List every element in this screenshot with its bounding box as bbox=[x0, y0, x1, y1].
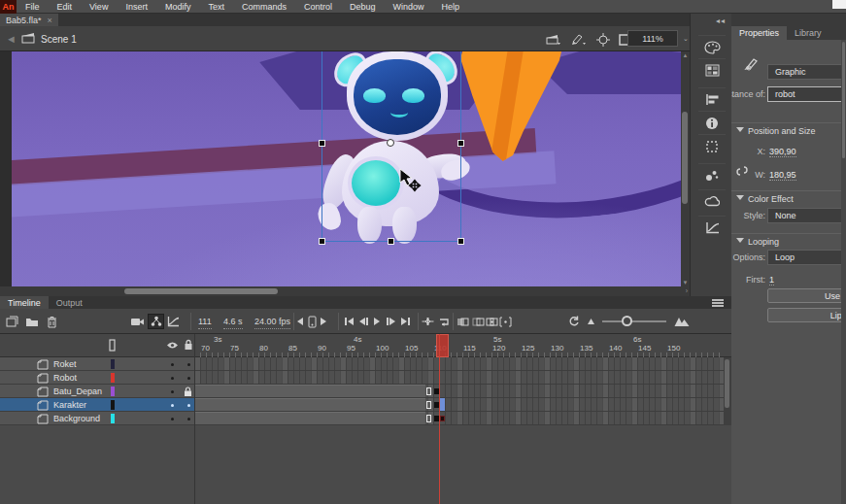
step-back-one-frame-button[interactable] bbox=[359, 314, 368, 329]
menu-item-control[interactable]: Control bbox=[295, 0, 341, 14]
layer-visibility-dot[interactable] bbox=[171, 377, 174, 380]
layer-lock-dot[interactable] bbox=[187, 363, 190, 366]
menu-item-debug[interactable]: Debug bbox=[341, 0, 385, 14]
frame-span-end-marker[interactable] bbox=[426, 415, 431, 422]
frames-row-robot[interactable] bbox=[194, 371, 724, 385]
go-to-first-frame-button[interactable] bbox=[345, 314, 354, 329]
document-tab[interactable]: Bab5.fla* × bbox=[0, 14, 58, 26]
scroll-right-icon[interactable]: › bbox=[686, 287, 688, 294]
keyframe-marker[interactable] bbox=[440, 416, 445, 421]
w-value[interactable]: 180,95 bbox=[769, 170, 796, 181]
frames-grid[interactable] bbox=[194, 357, 724, 425]
show-parenting-view-button[interactable] bbox=[148, 314, 164, 329]
scroll-down-icon[interactable]: ▼ bbox=[681, 280, 690, 286]
use-frame-picker-button[interactable]: Use Fra bbox=[767, 288, 846, 303]
layer-lock-dot[interactable] bbox=[187, 377, 190, 380]
transform-panel-icon[interactable] bbox=[698, 134, 726, 157]
stage-canvas[interactable] bbox=[12, 51, 681, 286]
stage-zoom-select[interactable]: 111% bbox=[627, 30, 678, 47]
onion-skin-button[interactable] bbox=[457, 314, 469, 329]
tab-library[interactable]: Library bbox=[787, 26, 829, 40]
layer-row-batu-depan[interactable]: Batu_Depan bbox=[0, 385, 194, 398]
section-position-and-size[interactable]: Position and Size bbox=[731, 122, 846, 137]
menu-item-modify[interactable]: Modify bbox=[156, 0, 200, 14]
layer-visibility-dot[interactable] bbox=[171, 363, 174, 366]
playhead-marker[interactable] bbox=[436, 334, 449, 357]
layer-visibility-dot[interactable] bbox=[171, 390, 174, 393]
back-arrow-icon[interactable]: ◄ bbox=[6, 33, 17, 45]
center-stage-button[interactable] bbox=[594, 32, 612, 47]
panel-menu-icon[interactable] bbox=[712, 299, 724, 307]
layer-outline-color[interactable] bbox=[111, 359, 115, 369]
align-panel-icon[interactable] bbox=[698, 87, 726, 111]
layer-visibility-dot[interactable] bbox=[171, 404, 174, 407]
layer-name[interactable]: Background bbox=[53, 414, 100, 423]
layer-name[interactable]: Roket bbox=[53, 359, 77, 369]
menu-item-file[interactable]: File bbox=[17, 0, 49, 14]
properties-scrollbar[interactable] bbox=[841, 40, 846, 504]
step-forward-button[interactable] bbox=[321, 314, 326, 329]
stage-vertical-scrollbar[interactable]: ▲ ▼ bbox=[681, 51, 690, 286]
timeline-vertical-scrollbar[interactable] bbox=[724, 357, 731, 425]
properties-scroll-thumb[interactable] bbox=[842, 42, 845, 158]
close-tab-icon[interactable]: × bbox=[48, 16, 52, 25]
layer-name[interactable]: Karakter bbox=[53, 400, 86, 410]
section-color-effect[interactable]: Color Effect bbox=[731, 190, 846, 205]
layer-outline-color[interactable] bbox=[111, 373, 115, 383]
zoom-out-timeline-icon[interactable] bbox=[587, 314, 595, 329]
instance-name-field[interactable]: robot bbox=[767, 86, 846, 102]
edit-symbols-button[interactable] bbox=[569, 32, 587, 47]
transform-point-handle[interactable] bbox=[387, 139, 394, 147]
menu-item-commands[interactable]: Commands bbox=[233, 0, 295, 14]
edit-multiple-frames-button[interactable] bbox=[486, 314, 498, 329]
vertical-scroll-thumb[interactable] bbox=[682, 112, 688, 204]
selection-handle-mid-right[interactable] bbox=[457, 140, 464, 147]
frame-span[interactable] bbox=[194, 398, 425, 411]
selection-handle-bottom-left[interactable] bbox=[319, 238, 325, 245]
menu-item-view[interactable]: View bbox=[81, 0, 117, 14]
horizontal-scroll-thumb[interactable] bbox=[124, 288, 278, 294]
frame-rate-field[interactable]: 24.00 fps bbox=[254, 314, 290, 329]
loop-options-select[interactable]: Loop bbox=[767, 250, 846, 265]
add-camera-button[interactable] bbox=[130, 314, 145, 329]
timeline-scroll-thumb[interactable] bbox=[725, 359, 729, 408]
layer-outline-color[interactable] bbox=[111, 414, 115, 423]
layer-row-roket[interactable]: Roket bbox=[0, 357, 194, 371]
layer-lock-dot[interactable] bbox=[187, 404, 190, 407]
info-panel-icon[interactable] bbox=[698, 111, 726, 134]
step-forward-one-frame-button[interactable] bbox=[387, 314, 395, 329]
frames-row-karakter[interactable] bbox=[194, 398, 724, 412]
tab-timeline[interactable]: Timeline bbox=[0, 296, 49, 309]
layer-locked-icon[interactable] bbox=[184, 386, 192, 397]
timeline-zoom-knob[interactable] bbox=[622, 316, 632, 326]
menu-item-text[interactable]: Text bbox=[199, 0, 233, 14]
swatches-panel-icon[interactable] bbox=[698, 58, 726, 82]
collapse-triangle-icon[interactable] bbox=[736, 238, 744, 243]
elapsed-time-field[interactable]: 4.6 s bbox=[223, 314, 243, 329]
frame-span-end-marker[interactable] bbox=[426, 401, 431, 409]
layer-lock-dot[interactable] bbox=[187, 418, 190, 420]
x-value[interactable]: 390,90 bbox=[769, 147, 796, 157]
panel-gripper[interactable] bbox=[731, 14, 846, 26]
new-folder-button[interactable] bbox=[25, 314, 39, 329]
layer-name[interactable]: Batu_Depan bbox=[53, 386, 102, 396]
go-to-last-frame-button[interactable] bbox=[401, 314, 410, 329]
center-frame-button[interactable] bbox=[308, 314, 317, 329]
graph-editor-button[interactable] bbox=[167, 314, 180, 329]
lock-column-icon[interactable] bbox=[184, 339, 193, 351]
outline-view-column-icon[interactable] bbox=[109, 339, 116, 352]
current-frame-field[interactable]: 111 bbox=[198, 314, 212, 329]
cc-libraries-panel-icon[interactable] bbox=[698, 189, 726, 213]
show-hide-column-eye-icon[interactable] bbox=[166, 341, 179, 350]
stage-horizontal-scrollbar[interactable]: › bbox=[0, 286, 690, 296]
selection-handle-mid-left[interactable] bbox=[319, 140, 325, 147]
selection-bounding-box[interactable] bbox=[321, 51, 461, 242]
step-back-button[interactable] bbox=[297, 314, 303, 329]
lip-syncing-button[interactable]: Lip S bbox=[767, 308, 846, 322]
frames-row-background[interactable] bbox=[194, 412, 724, 425]
layer-name[interactable]: Robot bbox=[53, 373, 77, 383]
new-layer-button[interactable] bbox=[6, 314, 18, 329]
frames-row-roket[interactable] bbox=[194, 357, 724, 371]
play-button[interactable] bbox=[374, 314, 380, 329]
menu-item-edit[interactable]: Edit bbox=[49, 0, 82, 14]
